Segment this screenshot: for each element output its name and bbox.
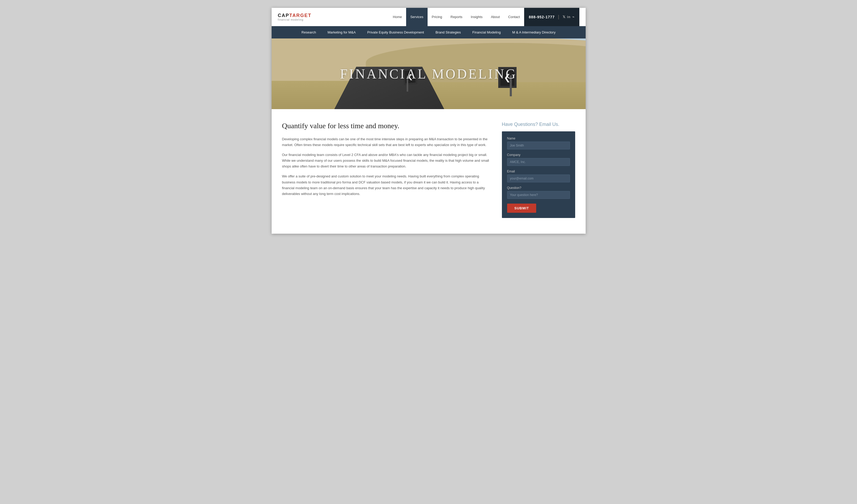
submit-button[interactable]: SUBMIT (507, 204, 536, 213)
subnav-pe-bizdev[interactable]: Private Equity Business Development (362, 26, 430, 38)
logo: CAPTARGET financial modeling (278, 13, 312, 21)
nav-about[interactable]: About (487, 8, 504, 26)
company-field: Company (507, 153, 570, 166)
nav-home[interactable]: Home (389, 8, 406, 26)
name-field: Name (507, 137, 570, 149)
linkedin-icon[interactable]: in (567, 15, 571, 19)
logo-name: CAPTARGET (278, 13, 312, 18)
top-nav: CAPTARGET financial modeling Home Servic… (272, 8, 586, 26)
main-content: Quantify value for less time and money. … (282, 122, 491, 201)
nav-contact[interactable]: Contact (504, 8, 524, 26)
nav-reports-link[interactable]: Reports (447, 8, 467, 26)
nav-reports[interactable]: Reports (447, 8, 467, 26)
logo-subtitle: financial modeling (278, 18, 312, 21)
nav-insights-link[interactable]: Insights (467, 8, 487, 26)
nav-about-link[interactable]: About (487, 8, 504, 26)
logo-target: TARGET (289, 13, 312, 18)
divider: | (558, 14, 559, 20)
email-field: Email (507, 170, 570, 182)
nav-insights[interactable]: Insights (467, 8, 487, 26)
phone-number: 888-952-1777 (529, 15, 555, 19)
nav-services-link[interactable]: Services (406, 8, 427, 26)
email-input[interactable] (507, 174, 570, 182)
body-paragraph-1: Developing complex financial models can … (282, 136, 491, 148)
nav-contact-link[interactable]: Contact (504, 8, 524, 26)
hero-title: FINANCIAL MODELING (340, 66, 517, 82)
form-box: Name Company Email Question? SUBMIT (502, 131, 575, 218)
main-heading: Quantify value for less time and money. (282, 122, 491, 130)
nav-home-link[interactable]: Home (389, 8, 406, 26)
question-input[interactable] (507, 191, 570, 199)
question-field: Question? (507, 186, 570, 199)
form-heading: Have Questions? Email Us. (502, 122, 575, 127)
nav-pricing[interactable]: Pricing (427, 8, 447, 26)
name-input[interactable] (507, 141, 570, 149)
nav-services[interactable]: Services (406, 8, 427, 26)
company-input[interactable] (507, 158, 570, 166)
name-label: Name (507, 137, 570, 140)
subnav-financial-modeling[interactable]: Financial Modeling (467, 26, 506, 38)
subnav-ma-directory[interactable]: M & A Intermediary Directory (506, 26, 561, 38)
body-paragraph-2: Our financial modeling team consists of … (282, 152, 491, 169)
secondary-nav: Research Marketing for M&A Private Equit… (272, 26, 586, 38)
body-paragraph-3: We offer a suite of pre-designed and cus… (282, 173, 491, 197)
nav-pricing-link[interactable]: Pricing (427, 8, 447, 26)
subnav-research[interactable]: Research (296, 26, 322, 38)
page-wrapper: CAPTARGET financial modeling Home Servic… (272, 8, 586, 234)
social-icons: 𝕏 in ⌁ (562, 15, 575, 19)
company-label: Company (507, 153, 570, 157)
sidebar-form: Have Questions? Email Us. Name Company E… (502, 122, 575, 218)
hero-section: FINANCIAL MODELING (272, 38, 586, 109)
subnav-marketing[interactable]: Marketing for M&A (322, 26, 362, 38)
twitter-icon[interactable]: 𝕏 (562, 15, 566, 19)
phone-area: 888-952-1777 | 𝕏 in ⌁ (524, 8, 579, 26)
content-area: Quantify value for less time and money. … (272, 109, 586, 234)
top-nav-links: Home Services Pricing Reports Insights A… (389, 8, 524, 26)
logo-cap: CAP (278, 13, 289, 18)
rss-icon[interactable]: ⌁ (572, 15, 575, 19)
question-label: Question? (507, 186, 570, 190)
email-label: Email (507, 170, 570, 173)
subnav-brand[interactable]: Brand Strategies (430, 26, 467, 38)
